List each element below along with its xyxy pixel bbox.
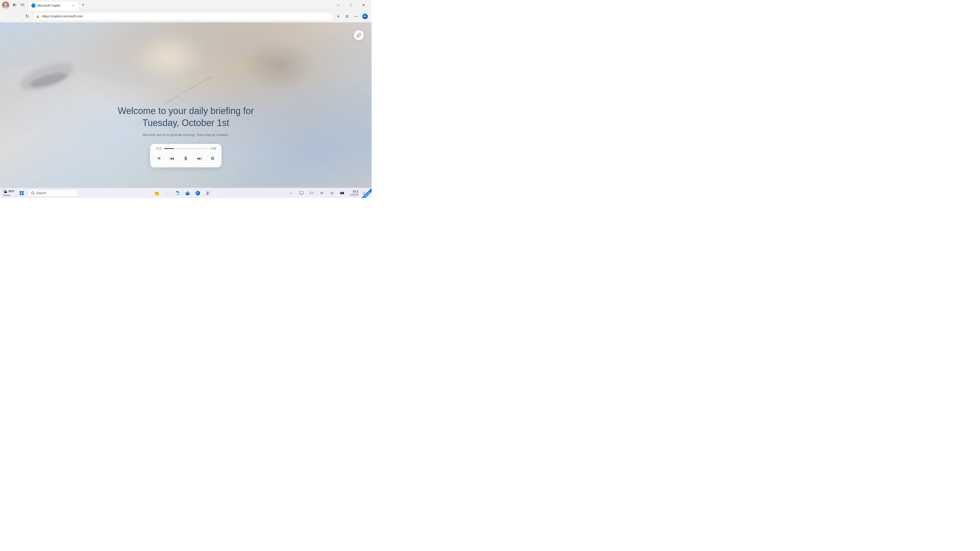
tab-close-btn[interactable]: × (71, 3, 76, 8)
edit-briefing-btn[interactable] (354, 30, 364, 40)
taskbar-edge2-btn[interactable] (193, 189, 202, 198)
hero-title-line1: Welcome to your daily briefing for (118, 106, 254, 116)
back-pages-btn[interactable] (11, 2, 18, 9)
svg-point-9 (355, 16, 356, 17)
minimize-btn[interactable]: ─ (332, 1, 344, 9)
addressbar-actions (334, 12, 369, 21)
creative-icon (165, 191, 170, 196)
progress-fill (164, 148, 174, 149)
cloud-btn[interactable] (307, 189, 316, 198)
start-btn[interactable] (17, 189, 26, 198)
player-pause-btn[interactable]: ⏸ (181, 153, 190, 164)
weather-temp: 78°F (8, 190, 14, 193)
chevron-btn[interactable] (286, 189, 296, 198)
player-progress-row: 0:12 -4:00 (155, 147, 216, 150)
tabs-area: Microsoft Copilot × + (28, 0, 330, 10)
favorites-btn[interactable] (343, 12, 351, 21)
add-tab-btn[interactable]: + (80, 2, 87, 9)
cloud-icon (310, 191, 313, 195)
active-tab[interactable]: Microsoft Copilot × (28, 1, 79, 10)
clock-date: 10/2/24 (350, 193, 358, 196)
pencil-icon (356, 33, 361, 38)
weather-icon: 🌤 (3, 189, 7, 194)
media-player: 0:12 -4:00 ✕ ⏮ ⏸ ⏭ ⚙ (150, 144, 221, 167)
tab-bar-icons (11, 2, 26, 9)
player-next-btn[interactable]: ⏭ (196, 154, 204, 163)
wifi-icon (320, 191, 324, 195)
store-icon (185, 191, 190, 196)
lock-icon: 🔒 (36, 14, 40, 18)
refresh-btn[interactable]: ↻ (22, 12, 32, 21)
taskbar-store-btn[interactable] (183, 189, 192, 198)
volume-btn[interactable] (328, 189, 337, 198)
progress-track[interactable] (164, 148, 207, 149)
tab-title: Microsoft Copilot (38, 4, 60, 7)
tab-overview-btn[interactable] (19, 2, 26, 9)
hero-title-line2: Tuesday, October 1st (142, 118, 229, 128)
more-btn[interactable] (352, 12, 360, 21)
copilot-edge-btn[interactable] (360, 12, 369, 21)
taskbar-right: 11:1 10/2/24 (286, 189, 369, 198)
taskbar-file-explorer-btn[interactable] (152, 189, 162, 198)
svg-point-25 (321, 194, 322, 195)
battery-btn[interactable] (338, 189, 347, 198)
player-remaining-time: -4:00 (209, 147, 216, 150)
svg-rect-4 (15, 3, 16, 6)
taskbar-edge-icon (175, 191, 180, 196)
taskbar-weather[interactable]: 🌤 78°F Sunny (3, 189, 14, 197)
taskbar-teams-btn[interactable] (204, 189, 213, 198)
svg-rect-24 (300, 192, 303, 194)
copilot-edge-icon (362, 13, 368, 19)
hero-subtitle: Microsoft uses AI to generate briefings.… (109, 133, 262, 137)
display-icon (299, 191, 304, 195)
tab-favicon (32, 3, 35, 8)
taskbar: 🌤 78°F Sunny Search (0, 188, 372, 198)
taskbar-edge-btn[interactable] (173, 189, 182, 198)
taskbar-search[interactable]: Search (27, 189, 78, 197)
titlebar: Microsoft Copilot × + ─ □ ✕ (0, 0, 372, 10)
enhance-btn[interactable] (334, 12, 342, 21)
svg-point-1 (4, 3, 7, 6)
player-current-time: 0:12 (155, 147, 162, 150)
swirl-decoration-3 (245, 40, 316, 91)
close-btn[interactable]: ✕ (358, 1, 369, 9)
svg-rect-13 (22, 191, 24, 193)
player-settings-btn[interactable]: ⚙ (208, 154, 216, 163)
svg-point-10 (357, 16, 358, 17)
svg-rect-20 (185, 192, 190, 193)
svg-point-8 (354, 16, 355, 17)
profile-avatar[interactable] (2, 2, 9, 9)
addressbar-row: ← → ↻ 🔒 https://copilot.microsoft.com (0, 10, 372, 22)
taskbar-search-text: Search (36, 191, 46, 195)
taskbar-center (80, 189, 285, 198)
volume-icon (330, 191, 334, 195)
taskbar-clock[interactable]: 11:1 10/2/24 (350, 190, 358, 196)
file-explorer-icon (154, 191, 159, 196)
player-prev-btn[interactable]: ⏮ (168, 154, 176, 163)
highlight-decoration (130, 31, 207, 82)
url-display: https://copilot.microsoft.com (42, 14, 330, 18)
wifi-btn[interactable] (317, 189, 326, 198)
maximize-btn[interactable]: □ (345, 1, 357, 9)
svg-point-18 (167, 192, 168, 194)
address-bar[interactable]: 🔒 https://copilot.microsoft.com (33, 12, 333, 21)
svg-rect-15 (22, 193, 24, 195)
player-close-btn[interactable]: ✕ (155, 154, 163, 163)
taskbar-creative-btn[interactable] (162, 189, 172, 198)
svg-rect-5 (21, 4, 24, 6)
display-settings-btn[interactable] (297, 189, 306, 198)
titlebar-controls: ─ □ ✕ (332, 1, 369, 9)
svg-rect-6 (21, 4, 24, 5)
back-btn[interactable]: ← (2, 12, 11, 21)
svg-rect-19 (186, 193, 189, 195)
svg-rect-3 (13, 3, 14, 6)
notifications-btn[interactable] (360, 189, 369, 198)
edge2-icon (195, 191, 200, 196)
weather-desc: Sunny (3, 194, 10, 197)
hero-center: Welcome to your daily briefing for Tuesd… (109, 105, 262, 167)
forward-btn[interactable]: → (12, 12, 21, 21)
taskbar-search-icon (31, 191, 35, 195)
chevron-up-icon (290, 192, 293, 194)
browser-content: iCafeZone.Net — Thai XenForo Community W… (0, 22, 372, 198)
battery-icon (340, 192, 345, 195)
